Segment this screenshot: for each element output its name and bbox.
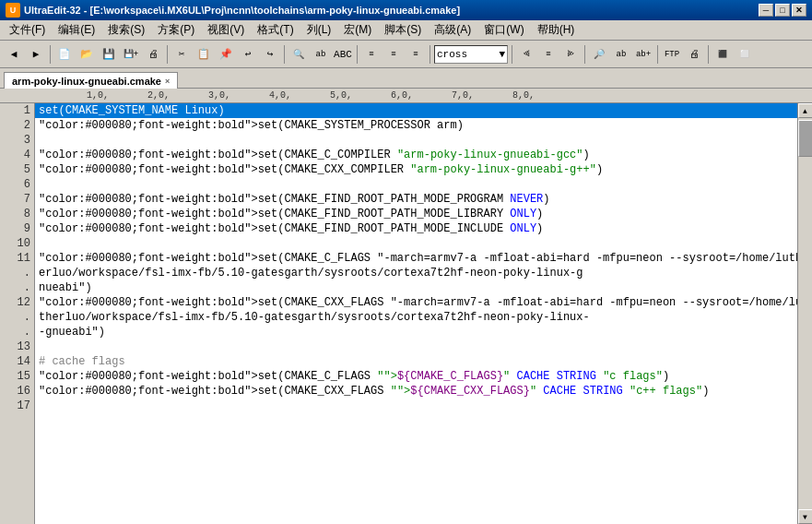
toolbar-separator-7: [584, 45, 585, 64]
menu-format[interactable]: 格式(T): [252, 21, 299, 39]
toolbar-separator-3: [284, 45, 285, 64]
undo-button[interactable]: ↩: [238, 44, 258, 65]
copy-button[interactable]: 📋: [194, 44, 214, 65]
menu-macro[interactable]: 宏(M): [338, 21, 377, 39]
forward-button[interactable]: ▶: [26, 44, 46, 65]
dropdown-arrow: ▼: [499, 49, 505, 60]
menu-bar: 文件(F) 编辑(E) 搜索(S) 方案(P) 视图(V) 格式(T) 列(L)…: [0, 20, 812, 41]
line-number: 1: [0, 103, 34, 118]
search-btn1[interactable]: 🔎: [589, 44, 609, 65]
menu-script[interactable]: 脚本(S): [379, 21, 427, 39]
format-btn2[interactable]: ≡: [383, 44, 404, 65]
scroll-down-button[interactable]: ▼: [798, 509, 813, 524]
code-line[interactable]: set(CMAKE_SYSTEM_NAME Linux): [35, 103, 797, 118]
minimize-button[interactable]: ─: [759, 4, 773, 17]
code-lines[interactable]: set(CMAKE_SYSTEM_NAME Linux)"color:#0000…: [35, 103, 797, 524]
close-button[interactable]: ✕: [792, 4, 806, 17]
maximize-button[interactable]: □: [775, 4, 790, 17]
menu-view[interactable]: 视图(V): [202, 21, 250, 39]
menu-project[interactable]: 方案(P): [152, 21, 200, 39]
ftp-button[interactable]: FTP: [662, 44, 682, 65]
app-icon: U: [6, 3, 20, 18]
code-line[interactable]: "color:#000080;font-weight:bold">set(CMA…: [35, 207, 797, 221]
line-number: .: [0, 325, 34, 339]
code-line[interactable]: "color:#000080;font-weight:bold">set(CMA…: [35, 295, 797, 310]
code-line[interactable]: "color:#000080;font-weight:bold">set(CMA…: [35, 118, 797, 133]
code-line[interactable]: "color:#000080;font-weight:bold">set(CMA…: [35, 148, 797, 162]
code-line[interactable]: [35, 236, 797, 251]
format-btn1[interactable]: ≡: [361, 44, 382, 65]
new-button[interactable]: 📄: [54, 44, 75, 65]
code-line[interactable]: [35, 339, 797, 354]
tab-close-button[interactable]: ×: [165, 77, 170, 86]
encoding-dropdown[interactable]: cross ▼: [434, 45, 508, 64]
menu-file[interactable]: 文件(F): [4, 21, 51, 39]
vertical-scrollbar[interactable]: ▲ ▼: [797, 103, 812, 524]
toolbar-separator-2: [167, 45, 168, 64]
file-tab[interactable]: arm-poky-linux-gnueabi.cmake ×: [4, 72, 178, 89]
scroll-up-button[interactable]: ▲: [798, 103, 813, 118]
scroll-thumb[interactable]: [798, 120, 813, 157]
line-number: 9: [0, 221, 34, 236]
misc-btn2[interactable]: ⬜: [735, 44, 755, 65]
code-line[interactable]: "color:#000080;font-weight:bold">set(CMA…: [35, 162, 797, 177]
back-button[interactable]: ◀: [4, 44, 24, 65]
align-center-button[interactable]: ≡: [538, 44, 559, 65]
code-line[interactable]: nueabi"): [35, 280, 797, 295]
code-line[interactable]: [35, 399, 797, 413]
title-bar-left: U UltraEdit-32 - [E:\workspace\i.MX6UL\P…: [6, 3, 460, 18]
toolbar: ◀ ▶ 📄 📂 💾 💾+ 🖨 ✂ 📋 📌 ↩ ↪ 🔍 ab ABC ≡ ≡ ≡ …: [0, 41, 812, 68]
ruler: 1,0, 2,0, 3,0, 4,0, 5,0, 6,0, 7,0, 8,0,: [0, 89, 812, 103]
toolbar-separator-5: [430, 45, 430, 64]
window-controls: ─ □ ✕: [759, 4, 806, 17]
code-line[interactable]: # cache flags: [35, 354, 797, 369]
line-number: 6: [0, 177, 34, 192]
line-number: 16: [0, 384, 34, 399]
code-content[interactable]: set(CMAKE_SYSTEM_NAME Linux)"color:#0000…: [35, 103, 797, 524]
title-text: UltraEdit-32 - [E:\workspace\i.MX6UL\Pro…: [24, 5, 460, 16]
code-line[interactable]: [35, 133, 797, 148]
redo-button[interactable]: ↪: [260, 44, 280, 65]
save-button[interactable]: 💾: [99, 44, 119, 65]
print-button[interactable]: 🖨: [143, 44, 163, 65]
code-line[interactable]: "color:#000080;font-weight:bold">set(CMA…: [35, 221, 797, 236]
search-btn3[interactable]: ab+: [633, 44, 653, 65]
align-right-button[interactable]: ⫸: [560, 44, 581, 65]
paste-button[interactable]: 📌: [216, 44, 236, 65]
cut-button[interactable]: ✂: [171, 44, 192, 65]
line-number: 8: [0, 207, 34, 221]
code-line[interactable]: "color:#000080;font-weight:bold">set(CMA…: [35, 369, 797, 384]
replace-button[interactable]: ab: [311, 44, 331, 65]
save-all-button[interactable]: 💾+: [121, 44, 141, 65]
misc-btn1[interactable]: ⬛: [712, 44, 733, 65]
code-line[interactable]: "color:#000080;font-weight:bold">set(CMA…: [35, 384, 797, 399]
menu-window[interactable]: 窗口(W): [478, 21, 529, 39]
format-btn3[interactable]: ≡: [406, 44, 426, 65]
scroll-track[interactable]: [798, 118, 813, 509]
menu-edit[interactable]: 编辑(E): [53, 21, 100, 39]
line-number: .: [0, 310, 34, 325]
print2-button[interactable]: 🖨: [684, 44, 704, 65]
search-btn2[interactable]: ab: [611, 44, 631, 65]
toolbar-separator-6: [512, 45, 512, 64]
find-button[interactable]: 🔍: [288, 44, 309, 65]
title-bar: U UltraEdit-32 - [E:\workspace\i.MX6UL\P…: [0, 0, 812, 20]
code-line[interactable]: "color:#000080;font-weight:bold">set(CMA…: [35, 251, 797, 266]
line-number: 15: [0, 369, 34, 384]
code-line[interactable]: "color:#000080;font-weight:bold">set(CMA…: [35, 192, 797, 207]
menu-column[interactable]: 列(L): [301, 21, 337, 39]
spell-button[interactable]: ABC: [333, 44, 353, 65]
open-button[interactable]: 📂: [76, 44, 97, 65]
menu-advanced[interactable]: 高级(A): [429, 21, 477, 39]
menu-search[interactable]: 搜索(S): [102, 21, 150, 39]
code-line[interactable]: therluo/workspace/fsl-imx-fb/5.10-gatesg…: [35, 310, 797, 325]
code-line[interactable]: -gnueabi"): [35, 325, 797, 339]
line-number: .: [0, 280, 34, 295]
menu-help[interactable]: 帮助(H): [532, 21, 581, 39]
code-line[interactable]: [35, 177, 797, 192]
align-left-button[interactable]: ⫷: [516, 44, 536, 65]
encoding-value: cross: [437, 49, 467, 60]
ruler-text: 1,0, 2,0, 3,0, 4,0, 5,0, 6,0, 7,0, 8,0,: [37, 90, 535, 101]
toolbar-separator-4: [357, 45, 358, 64]
code-line[interactable]: erluo/workspace/fsl-imx-fb/5.10-gatesgar…: [35, 266, 797, 280]
